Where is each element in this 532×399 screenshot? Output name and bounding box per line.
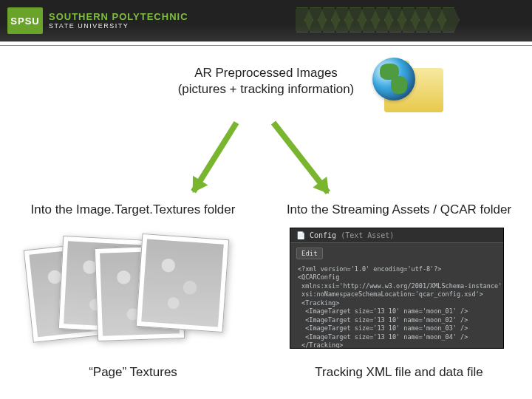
header-hex-pattern <box>296 0 532 41</box>
logo-abbrev: SPSU <box>7 7 43 34</box>
caption-left: “Page” Textures <box>7 365 259 380</box>
university-logo: SPSU SOUTHERN POLYTECHNIC STATE UNIVERSI… <box>0 0 188 41</box>
xml-content: <?xml version='1.0' encoding='utf-8'?> <… <box>290 264 503 349</box>
inspector-panel: 📄 Config (Text Asset) Edit <?xml version… <box>290 228 504 349</box>
logo-text: SOUTHERN POLYTECHNIC STATE UNIVERSITY <box>49 12 188 30</box>
globe-folder-icon <box>377 61 443 120</box>
arrow-right-icon <box>271 121 330 194</box>
title-line2: (pictures + tracking information) <box>0 81 532 98</box>
asset-type: (Text Asset) <box>341 231 394 239</box>
slide-title: AR Preprocessed Images (pictures + track… <box>0 65 532 98</box>
column-left-header: Into the Image.Target.Textures folder <box>7 202 259 217</box>
globe-icon <box>372 58 415 100</box>
config-name: Config <box>310 231 336 239</box>
logo-line1: SOUTHERN POLYTECHNIC <box>49 12 188 21</box>
logo-line2: STATE UNIVERSITY <box>49 23 188 30</box>
caption-right: Tracking XML file and data file <box>273 365 525 380</box>
page-textures-stack <box>28 232 235 350</box>
slide-content: AR Preprocessed Images (pictures + track… <box>0 46 532 399</box>
inspector-header: 📄 Config (Text Asset) <box>290 228 503 243</box>
arrow-left-icon <box>191 121 239 194</box>
edit-button[interactable]: Edit <box>296 248 323 259</box>
app-header: SPSU SOUTHERN POLYTECHNIC STATE UNIVERSI… <box>0 0 532 41</box>
title-line1: AR Preprocessed Images <box>0 65 532 81</box>
page-texture-image <box>136 233 230 332</box>
doc-icon: 📄 <box>296 231 305 239</box>
column-right-header: Into the Streaming Assets / QCAR folder <box>273 202 525 217</box>
